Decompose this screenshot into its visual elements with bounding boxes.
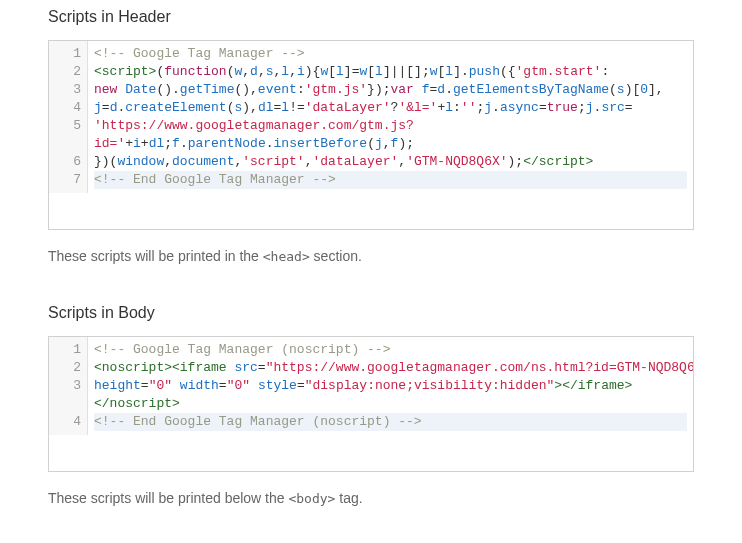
code-content[interactable]: <!-- Google Tag Manager --><script>(func… [88, 41, 693, 193]
code-line[interactable]: 'https://www.googletagmanager.com/gtm.js… [94, 117, 687, 153]
code-line[interactable]: j=d.createElement(s),dl=l!='dataLayer'?'… [94, 99, 687, 117]
code-line[interactable]: <!-- Google Tag Manager (noscript) --> [94, 341, 687, 359]
header-scripts-editor[interactable]: 1234567 <!-- Google Tag Manager --><scri… [48, 40, 694, 230]
editor-blank-space[interactable] [49, 193, 693, 229]
editor-blank-space[interactable] [49, 435, 693, 471]
body-scripts-help: These scripts will be printed below the … [48, 490, 694, 506]
code-line[interactable]: height="0" width="0" style="display:none… [94, 377, 687, 413]
code-line[interactable]: <!-- End Google Tag Manager (noscript) -… [94, 413, 687, 431]
code-line[interactable]: <script>(function(w,d,s,l,i){w[l]=w[l]||… [94, 63, 687, 81]
page-container: Scripts in Header 1234567 <!-- Google Ta… [0, 0, 742, 526]
header-scripts-help: These scripts will be printed in the <he… [48, 248, 694, 264]
code-line[interactable]: })(window,document,'script','dataLayer',… [94, 153, 687, 171]
body-scripts-editor[interactable]: 1234 <!-- Google Tag Manager (noscript) … [48, 336, 694, 472]
line-gutter: 1234 [49, 337, 88, 435]
code-content[interactable]: <!-- Google Tag Manager (noscript) --><n… [88, 337, 693, 435]
code-line[interactable]: new Date().getTime(),event:'gtm.js'});va… [94, 81, 687, 99]
code-line[interactable]: <!-- Google Tag Manager --> [94, 45, 687, 63]
code-line[interactable]: <!-- End Google Tag Manager --> [94, 171, 687, 189]
code-line[interactable]: <noscript><iframe src="https://www.googl… [94, 359, 687, 377]
body-scripts-title: Scripts in Body [48, 304, 694, 322]
line-gutter: 1234567 [49, 41, 88, 193]
header-scripts-title: Scripts in Header [48, 8, 694, 26]
